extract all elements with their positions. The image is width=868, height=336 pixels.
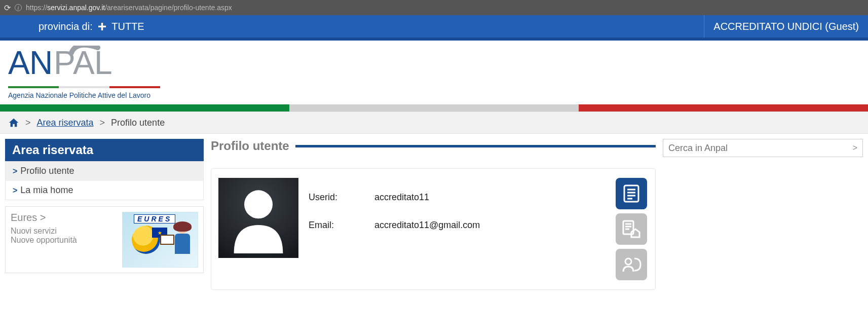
sidebar: Area riservata > Profilo utente > La mia… <box>5 139 204 273</box>
reload-icon[interactable]: ⟳ <box>4 3 11 13</box>
logo-subtitle: Agenzia Nazionale Politiche Attive del L… <box>8 91 868 99</box>
svg-text:A: A <box>73 46 95 81</box>
eures-line2: Nuove opportunità <box>11 236 117 245</box>
svg-text:A: A <box>8 46 30 81</box>
user-info[interactable]: ACCREDITATO UNDICI (Guest) <box>704 15 868 38</box>
logo-wordmark: A N P A L <box>8 46 868 83</box>
eures-promo[interactable]: Eures > Nuovi servizi Nuove opportunità … <box>5 206 204 273</box>
provincia-label: provincia di: <box>39 21 93 32</box>
content-header: Profilo utente <box>211 139 656 153</box>
eures-image: EURES ★ <box>122 212 198 268</box>
profile-address-button[interactable] <box>616 213 647 245</box>
provincia-selector[interactable]: provincia di: + TUTTE <box>39 19 144 34</box>
page-title: Profilo utente <box>211 139 289 153</box>
home-icon[interactable] <box>8 117 19 128</box>
site-info-icon[interactable]: i <box>15 4 22 11</box>
svg-point-5 <box>244 190 273 218</box>
main-content: Profilo utente Userid: accreditato11 Ema… <box>211 139 656 290</box>
profile-details-button[interactable] <box>616 178 647 209</box>
search-go-icon[interactable]: > <box>853 143 857 153</box>
provincia-value: TUTTE <box>111 21 144 32</box>
sidebar-item-label: La mia home <box>20 185 73 196</box>
userid-value: accreditato11 <box>374 192 429 203</box>
logo-area: A N P A L Agenzia Nazionale Politiche At… <box>0 41 868 104</box>
breadcrumb-sep: > <box>100 118 105 128</box>
anpal-logo[interactable]: A N P A L Agenzia Nazionale Politiche At… <box>8 46 868 99</box>
sidebar-header: Area riservata <box>5 139 204 161</box>
breadcrumb: > Area riservata > Profilo utente <box>0 111 868 134</box>
svg-text:L: L <box>94 46 112 81</box>
sidebar-item-home[interactable]: > La mia home <box>6 180 203 200</box>
plus-icon[interactable]: + <box>98 19 107 34</box>
avatar <box>218 178 298 258</box>
right-column: > <box>663 139 863 157</box>
breadcrumb-area-link[interactable]: Area riservata <box>37 118 94 128</box>
tricolor-stripe <box>0 104 868 111</box>
person-illustration <box>169 222 196 267</box>
field-userid: Userid: accreditato11 <box>309 192 605 203</box>
eures-title: Eures > <box>11 212 117 223</box>
field-email: Email: accreditato11@gmail.com <box>309 220 605 231</box>
chevron-right-icon: > <box>13 186 17 195</box>
eures-line1: Nuovi servizi <box>11 227 117 236</box>
top-bar: provincia di: + TUTTE ACCREDITATO UNDICI… <box>0 15 868 41</box>
browser-address-bar: ⟳ i https://servizi.anpal.gov.it/arearis… <box>0 0 868 15</box>
profile-card: Userid: accreditato11 Email: accreditato… <box>211 168 656 290</box>
svg-text:N: N <box>29 46 53 81</box>
userid-label: Userid: <box>309 192 374 203</box>
breadcrumb-sep: > <box>25 118 31 128</box>
search-box[interactable]: > <box>663 139 863 157</box>
breadcrumb-current: Profilo utente <box>111 118 165 128</box>
user-name-label: ACCREDITATO UNDICI (Guest) <box>713 21 859 32</box>
logo-tricolor-small <box>8 86 160 88</box>
profile-fields: Userid: accreditato11 Email: accreditato… <box>309 178 605 231</box>
email-value: accreditato11@gmail.com <box>374 220 480 231</box>
search-input[interactable] <box>668 143 853 154</box>
svg-point-15 <box>625 258 631 265</box>
header-rule <box>295 145 656 147</box>
chevron-right-icon: > <box>13 167 17 176</box>
profile-contact-button[interactable] <box>616 249 647 280</box>
url-text[interactable]: https://servizi.anpal.gov.it/areariserva… <box>26 4 232 12</box>
email-label: Email: <box>309 220 374 231</box>
sidebar-item-label: Profilo utente <box>20 166 74 176</box>
sidebar-item-profilo[interactable]: > Profilo utente <box>6 162 203 180</box>
sidebar-menu: > Profilo utente > La mia home <box>5 161 204 200</box>
profile-actions <box>615 178 648 280</box>
